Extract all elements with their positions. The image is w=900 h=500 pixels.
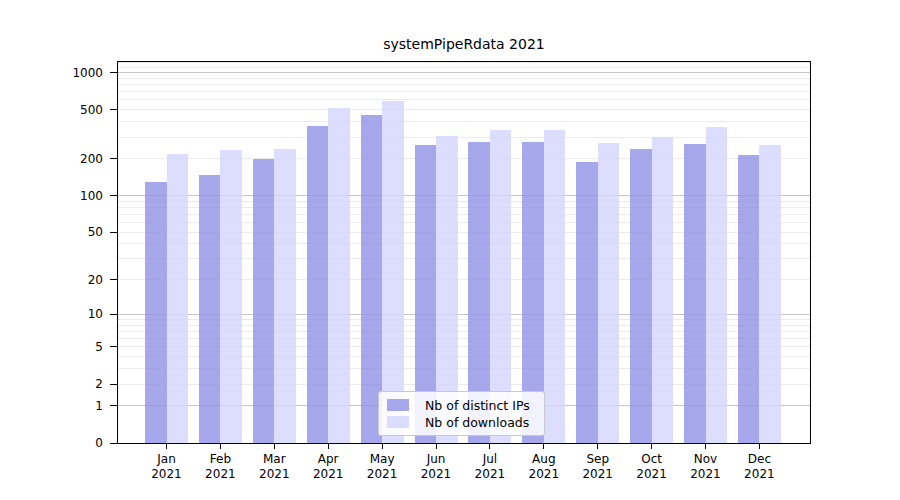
legend-label-downloads: Nb of downloads [425, 415, 529, 430]
x-tick-month: Feb [192, 452, 248, 467]
x-tick-year: 2021 [354, 467, 410, 482]
y-tick-label: 50 [43, 224, 103, 240]
plot-area [117, 61, 811, 444]
x-tick-mark [274, 444, 275, 449]
minor-gridline [118, 67, 810, 68]
x-tick-label: Sep2021 [570, 452, 626, 482]
major-gridline [118, 72, 810, 73]
minor-gridline [118, 84, 810, 85]
x-tick-mark [328, 444, 329, 449]
y-tick-label: 1 [43, 398, 103, 414]
legend: Nb of distinct IPs Nb of downloads [378, 391, 545, 436]
y-tick-mark [110, 195, 117, 196]
bar-distinct-ips-jan [145, 182, 167, 443]
bar-distinct-ips-dec [738, 155, 760, 443]
bar-distinct-ips-sep [576, 162, 598, 443]
x-tick-label: Feb2021 [192, 452, 248, 482]
x-tick-month: Apr [300, 452, 356, 467]
x-tick-month: Jul [462, 452, 518, 467]
legend-swatch-distinct-ips [387, 399, 409, 411]
x-tick-year: 2021 [678, 467, 734, 482]
x-tick-mark [759, 444, 760, 449]
x-tick-year: 2021 [624, 467, 680, 482]
minor-gridline [118, 109, 810, 110]
legend-swatch-downloads [387, 416, 409, 428]
bar-distinct-ips-nov [684, 144, 706, 443]
x-tick-year: 2021 [192, 467, 248, 482]
y-tick-mark [110, 443, 117, 444]
y-tick-label: 0 [43, 435, 103, 451]
figure: systemPipeRdata 2021 0125102050100200500… [0, 0, 900, 500]
y-tick-mark [110, 314, 117, 315]
legend-item-distinct-ips: Nb of distinct IPs [387, 398, 544, 412]
y-tick-label: 100 [43, 188, 103, 204]
x-tick-year: 2021 [570, 467, 626, 482]
x-tick-year: 2021 [731, 467, 787, 482]
y-tick-mark [110, 158, 117, 159]
legend-label-distinct-ips: Nb of distinct IPs [425, 398, 530, 413]
x-tick-month: May [354, 452, 410, 467]
x-tick-label: Dec2021 [731, 452, 787, 482]
y-tick-mark [110, 279, 117, 280]
x-tick-label: Mar2021 [246, 452, 302, 482]
x-tick-month: Dec [731, 452, 787, 467]
bar-downloads-mar [274, 149, 296, 443]
x-tick-label: May2021 [354, 452, 410, 482]
x-tick-label: Oct2021 [624, 452, 680, 482]
x-tick-label: Aug2021 [516, 452, 572, 482]
x-tick-mark [705, 444, 706, 449]
x-tick-mark [436, 444, 437, 449]
x-tick-label: Nov2021 [678, 452, 734, 482]
bar-downloads-sep [598, 143, 620, 443]
bar-downloads-nov [706, 127, 728, 443]
y-tick-label: 2 [43, 376, 103, 392]
y-tick-mark [110, 384, 117, 385]
x-tick-month: Mar [246, 452, 302, 467]
x-tick-month: Aug [516, 452, 572, 467]
bar-distinct-ips-feb [199, 175, 221, 443]
bar-distinct-ips-oct [630, 149, 652, 443]
y-tick-label: 200 [43, 151, 103, 167]
x-tick-mark [651, 444, 652, 449]
legend-item-downloads: Nb of downloads [387, 415, 544, 429]
bar-downloads-dec [759, 145, 781, 443]
bar-downloads-aug [544, 130, 566, 443]
minor-gridline [118, 62, 810, 63]
x-tick-year: 2021 [516, 467, 572, 482]
chart-title: systemPipeRdata 2021 [117, 36, 811, 52]
bar-downloads-feb [220, 150, 242, 443]
y-tick-mark [110, 109, 117, 110]
y-tick-mark [110, 405, 117, 406]
x-tick-mark [489, 444, 490, 449]
minor-gridline [118, 121, 810, 122]
bar-downloads-jan [167, 154, 189, 443]
y-tick-label: 500 [43, 102, 103, 118]
x-tick-month: Jan [139, 452, 195, 467]
x-tick-label: Jul2021 [462, 452, 518, 482]
x-tick-year: 2021 [408, 467, 464, 482]
x-tick-mark [382, 444, 383, 449]
y-tick-label: 10 [43, 306, 103, 322]
y-tick-label: 20 [43, 272, 103, 288]
y-tick-label: 1000 [43, 65, 103, 81]
y-tick-mark [110, 346, 117, 347]
x-tick-label: Apr2021 [300, 452, 356, 482]
y-tick-mark [110, 72, 117, 73]
minor-gridline [118, 78, 810, 79]
x-tick-label: Jun2021 [408, 452, 464, 482]
x-tick-mark [597, 444, 598, 449]
bar-distinct-ips-mar [253, 159, 275, 443]
x-tick-month: Jun [408, 452, 464, 467]
bar-downloads-apr [328, 108, 350, 443]
bar-downloads-oct [652, 137, 674, 443]
x-tick-month: Sep [570, 452, 626, 467]
x-tick-year: 2021 [246, 467, 302, 482]
x-tick-year: 2021 [300, 467, 356, 482]
x-tick-mark [543, 444, 544, 449]
x-tick-month: Oct [624, 452, 680, 467]
x-tick-mark [166, 444, 167, 449]
x-tick-mark [220, 444, 221, 449]
y-tick-mark [110, 232, 117, 233]
x-tick-year: 2021 [462, 467, 518, 482]
minor-gridline [118, 99, 810, 100]
